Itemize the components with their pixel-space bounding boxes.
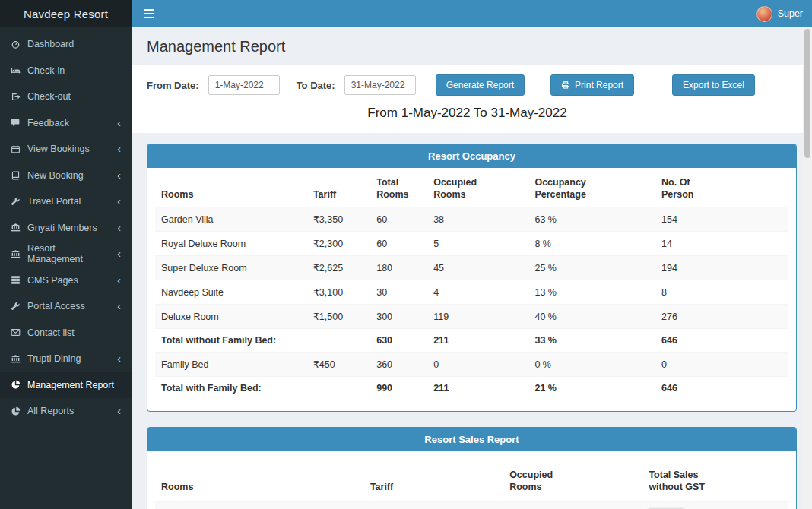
cell <box>307 329 370 353</box>
cell <box>642 501 788 509</box>
sidebar-item-label: Travel Portal <box>27 196 81 207</box>
column-header: Rooms <box>155 171 307 207</box>
column-header: Occupied Rooms <box>503 454 642 501</box>
cell: 21 % <box>528 377 655 400</box>
sidebar-item-new-booking[interactable]: New Booking <box>0 163 132 189</box>
sidebar-item-label: New Booking <box>27 170 84 181</box>
sidebar-item-label: Trupti Dining <box>27 353 81 364</box>
from-date-label: From Date: <box>147 80 199 91</box>
sidebar-item-check-in[interactable]: Check-in <box>0 58 132 84</box>
cell: 0 <box>655 353 788 377</box>
sidebar-item-dashboard[interactable]: Dashboard <box>0 31 132 58</box>
table-header-row: Rooms Tariff Occupied Rooms Total Sales … <box>155 454 788 501</box>
generate-report-label: Generate Report <box>446 80 514 90</box>
sidebar-toggle-button[interactable] <box>132 0 167 27</box>
gauge-icon <box>11 40 21 49</box>
avatar <box>756 6 772 22</box>
sidebar-item-trupti-dining[interactable]: Trupti Dining <box>0 346 132 372</box>
bank-icon <box>11 249 21 259</box>
sidebar-item-label: Check-out <box>27 91 71 102</box>
column-header: Tariff <box>307 171 370 207</box>
envelope-icon <box>11 327 21 337</box>
resort-occupancy-panel: Resort Occupancy Rooms Tariff Total Room… <box>147 144 797 412</box>
resort-sales-body: Rooms Tariff Occupied Rooms Total Sales … <box>147 451 796 509</box>
sidebar-item-all-reports[interactable]: All Reports <box>0 398 132 425</box>
sidebar-item-label: All Reports <box>27 406 74 416</box>
cell: 0 <box>427 353 528 377</box>
resort-occupancy-title: Resort Occupancy <box>147 144 796 168</box>
total-with-family-bed-row: Total with Family Bed:99021121 %646 <box>155 377 788 400</box>
cell: 5 <box>427 232 528 256</box>
date-range-heading: From 1-May-2022 To 31-May-2022 <box>147 106 788 121</box>
total-without-family-bed-row: Total without Family Bed:63021133 %646 <box>155 329 788 353</box>
cell: 63 % <box>528 207 655 232</box>
cell: 211 <box>427 377 528 400</box>
printer-icon <box>561 81 570 90</box>
user-menu[interactable]: Super <box>747 0 812 27</box>
sidebar-item-feedback[interactable]: Feedback <box>0 110 132 137</box>
cell: 40 % <box>528 305 655 329</box>
wrench-icon <box>11 197 21 207</box>
sidebar-item-view-bookings[interactable]: View Bookings <box>0 136 132 163</box>
content-area: Management Report From Date: To Date: Ge… <box>132 27 812 509</box>
cell: 3350 <box>364 501 503 509</box>
chevron-left-icon <box>117 143 121 155</box>
chevron-left-icon <box>117 169 121 182</box>
cell: Family Bed <box>155 353 307 377</box>
table-row: Royal Deluxe Room₹2,3006058 %14 <box>155 232 788 256</box>
export-to-excel-button[interactable]: Export to Excel <box>672 74 755 96</box>
scrollbar[interactable] <box>803 27 812 509</box>
main-area: Super Management Report From Date: To Da… <box>132 0 812 509</box>
cell: Deluxe Room <box>155 305 307 329</box>
sidebar-item-check-out[interactable]: Check-out <box>0 84 132 110</box>
cell: 8 <box>655 280 788 305</box>
scrollbar-thumb[interactable] <box>804 29 810 158</box>
bank-icon <box>11 223 21 232</box>
sidebar-item-resort-management[interactable]: Resort Management <box>0 241 132 267</box>
sidebar-item-label: Dashboard <box>27 39 74 49</box>
sidebar-item-label: Portal Access <box>27 301 85 311</box>
print-report-button[interactable]: Print Report <box>550 74 634 96</box>
sales-table: Rooms Tariff Occupied Rooms Total Sales … <box>155 454 788 509</box>
cell: 990 <box>370 377 427 400</box>
topbar: Super <box>132 0 812 27</box>
cell: 300 <box>370 305 427 329</box>
table-row: Navdeep Suite₹3,10030413 %8 <box>155 280 788 305</box>
sidebar-item-management-report[interactable]: Management Report <box>0 372 132 399</box>
cell: 30 <box>370 280 427 305</box>
sidebar-item-gnyati-members[interactable]: Gnyati Members <box>0 215 132 242</box>
cell: 25 % <box>528 256 655 280</box>
generate-report-button[interactable]: Generate Report <box>436 74 525 96</box>
table-row: Garden Villa 3350 37 <box>155 501 788 509</box>
cell: 38 <box>427 207 528 232</box>
sidebar-item-portal-access[interactable]: Portal Access <box>0 293 132 320</box>
sidebar-item-cms-pages[interactable]: CMS Pages <box>0 267 132 294</box>
app-title[interactable]: Navdeep Resort <box>0 0 132 27</box>
pie-chart-icon <box>11 406 21 416</box>
resort-occupancy-body: Rooms Tariff Total Rooms Occupied Rooms … <box>147 168 796 411</box>
resort-sales-title: Resort Sales Report <box>147 428 796 451</box>
chevron-left-icon <box>117 274 121 286</box>
cell: 211 <box>427 329 528 353</box>
book-icon <box>11 170 21 180</box>
chevron-left-icon <box>117 248 121 260</box>
cell: 8 % <box>528 232 655 256</box>
cell: Garden Villa <box>155 207 307 232</box>
app-title-label: Navdeep Resort <box>24 8 108 21</box>
comments-icon <box>11 118 21 128</box>
chevron-left-icon <box>117 195 121 207</box>
sidebar-item-contact-list[interactable]: Contact list <box>0 320 132 346</box>
resort-sales-panel: Resort Sales Report Rooms Tariff Occupie… <box>147 427 797 509</box>
sidebar-menu: Dashboard Check-in Check-out Feedback Vi… <box>0 27 132 428</box>
cell: ₹3,350 <box>307 207 370 232</box>
chevron-left-icon <box>117 117 121 129</box>
to-date-label: To Date: <box>297 80 335 91</box>
sidebar-item-travel-portal[interactable]: Travel Portal <box>0 188 132 215</box>
cell: Navdeep Suite <box>155 280 307 305</box>
page-title: Management Report <box>132 27 803 65</box>
table-row: Family Bed₹45036000 %0 <box>155 353 788 377</box>
from-date-input[interactable] <box>208 75 280 95</box>
to-date-input[interactable] <box>344 75 416 95</box>
wrench-icon <box>11 302 21 311</box>
cell <box>307 377 370 400</box>
